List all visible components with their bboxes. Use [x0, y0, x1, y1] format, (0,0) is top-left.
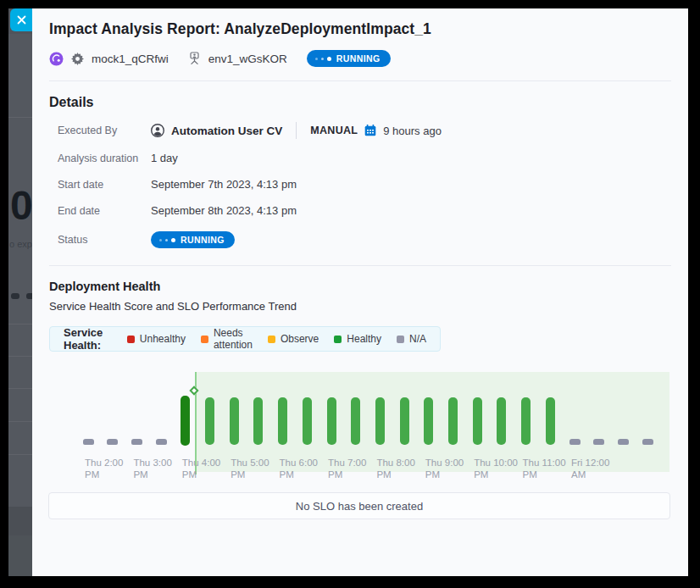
- health-bar-na[interactable]: [642, 439, 653, 445]
- backdrop-count: 0: [10, 182, 32, 229]
- page-title: Impact Analysis Report: AnalyzeDeploymen…: [32, 20, 688, 38]
- time-ago: 9 hours ago: [383, 125, 442, 137]
- vertical-separator: [296, 122, 297, 139]
- legend-label: N/A: [409, 333, 426, 345]
- health-bar-healthy[interactable]: [205, 397, 214, 445]
- health-bar-healthy[interactable]: [424, 397, 433, 445]
- health-bar-healthy[interactable]: [351, 397, 360, 445]
- health-bar-na[interactable]: [593, 439, 604, 445]
- health-bar-healthy[interactable]: [546, 397, 555, 445]
- health-bar-na[interactable]: [131, 439, 142, 445]
- loader-dot: [315, 58, 318, 60]
- backdrop-row-divider: [8, 454, 33, 455]
- executed-by-user: Automation User CV: [171, 125, 282, 137]
- legend-title: Service Health:: [64, 326, 108, 352]
- health-bar-na[interactable]: [618, 439, 629, 445]
- x-axis-label: Thu 6:00 PM: [280, 457, 318, 480]
- legend-item: Needs attention: [201, 327, 253, 351]
- legend-label: Unhealthy: [140, 333, 186, 345]
- service-name[interactable]: mock1_qCRfwi: [92, 53, 169, 65]
- status-badge-label: RUNNING: [181, 235, 225, 245]
- status-badge: RUNNING: [307, 50, 391, 67]
- backdrop-pill: [11, 293, 19, 299]
- legend-item: N/A: [397, 333, 426, 345]
- health-bar-healthy[interactable]: [253, 397, 263, 445]
- close-icon: [17, 15, 26, 25]
- health-bar-healthy[interactable]: [230, 397, 239, 445]
- loader-dot: [165, 239, 168, 241]
- legend-swatch: [127, 336, 135, 343]
- detail-row: End date September 8th 2023, 4:13 pm: [32, 203, 688, 218]
- section-divider: [49, 265, 671, 266]
- legend-swatch: [334, 336, 342, 343]
- health-bar-healthy[interactable]: [521, 397, 531, 445]
- x-axis-label: Thu 11:00 PM: [523, 457, 566, 480]
- health-bar-healthy[interactable]: [375, 397, 385, 445]
- legend-swatch: [201, 336, 208, 343]
- health-bar-healthy[interactable]: [473, 397, 482, 445]
- x-axis-label: Fri 12:00 AM: [571, 457, 609, 480]
- legend-swatch: [397, 336, 404, 343]
- x-axis-label: Thu 4:00 PM: [182, 457, 220, 480]
- status-row: Status RUNNING: [32, 231, 688, 248]
- service-gear-icon: [71, 53, 84, 65]
- environment-name[interactable]: env1_wGsKOR: [208, 53, 287, 65]
- loader-dot: [327, 57, 331, 61]
- legend-item: Healthy: [334, 333, 381, 345]
- health-bar-na[interactable]: [83, 439, 94, 445]
- slo-empty-text: No SLO has been created: [296, 500, 423, 513]
- backdrop-row-divider: [8, 421, 33, 422]
- deployment-health-heading: Deployment Health: [32, 280, 688, 293]
- health-bar-healthy[interactable]: [400, 397, 409, 445]
- detail-row: Analysis duration 1 day: [32, 151, 688, 165]
- section-divider: [49, 80, 671, 81]
- health-bar-deployment[interactable]: [181, 396, 190, 446]
- user-avatar-icon: [151, 124, 164, 137]
- backdrop-text: o expa: [9, 239, 33, 249]
- health-bar-na[interactable]: [156, 439, 167, 445]
- status-badge-label: RUNNING: [336, 53, 381, 64]
- screenshot-frame: 0 o expa Impact Analysis Report: Analyze…: [0, 0, 700, 588]
- legend-swatch: [268, 336, 275, 343]
- legend-label: Observe: [281, 333, 319, 345]
- loader-dot: [159, 239, 162, 241]
- environment-icon: [188, 52, 201, 65]
- backdrop-row-divider: [8, 356, 33, 357]
- monitored-service-icon: [49, 52, 64, 66]
- slo-empty-state: No SLO has been created: [48, 492, 670, 519]
- health-bar-healthy[interactable]: [303, 397, 312, 445]
- health-bar-healthy[interactable]: [448, 397, 458, 445]
- close-button[interactable]: [10, 8, 32, 31]
- details-heading: Details: [32, 95, 688, 110]
- x-axis-label: Thu 7:00 PM: [328, 457, 366, 480]
- health-bar-healthy[interactable]: [497, 397, 506, 445]
- page-backdrop: 0 o expa: [8, 8, 33, 576]
- x-axis-label: Thu 8:00 PM: [376, 457, 414, 480]
- detail-row: Start date September 7th 2023, 4:13 pm: [32, 177, 688, 191]
- health-bar-healthy[interactable]: [278, 397, 287, 445]
- health-bar-na[interactable]: [569, 439, 581, 445]
- backdrop-divider: [8, 117, 33, 118]
- report-meta-row: mock1_qCRfwi env1_wGsKOR RUNNING: [32, 49, 688, 68]
- row-label: Analysis duration: [49, 153, 151, 164]
- row-label: Status: [49, 234, 151, 246]
- status-badge: RUNNING: [151, 231, 235, 248]
- row-label: Start date: [49, 179, 151, 191]
- executed-by-row: Executed By Automation User CV MANUAL: [32, 122, 688, 139]
- row-label: Executed By: [49, 125, 151, 136]
- backdrop-row-divider: [8, 324, 33, 325]
- backdrop-row-divider: [8, 388, 33, 389]
- loader-dot: [171, 238, 175, 242]
- backdrop-footer: [8, 535, 33, 576]
- row-value: September 8th 2023, 4:13 pm: [151, 204, 297, 217]
- x-axis-label: Thu 3:00 PM: [133, 457, 171, 480]
- loader-dot: [321, 58, 324, 60]
- health-chart[interactable]: Thu 2:00 PMThu 3:00 PMThu 4:00 PMThu 5:0…: [48, 360, 670, 485]
- health-bar-na[interactable]: [107, 439, 118, 445]
- deployment-health-subtitle: Service Health Score and SLO Performance…: [32, 300, 688, 313]
- calendar-icon: [364, 125, 376, 136]
- legend-item: Unhealthy: [127, 333, 186, 345]
- health-bar-healthy[interactable]: [327, 397, 336, 445]
- service-health-legend: Service Health: UnhealthyNeeds attention…: [49, 326, 441, 352]
- legend-item: Observe: [268, 333, 319, 345]
